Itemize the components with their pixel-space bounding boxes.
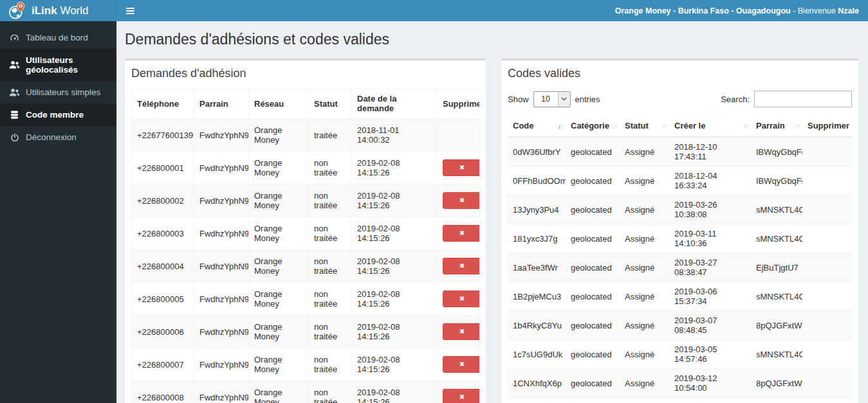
cell-delete	[802, 166, 852, 195]
cell-date: 2019-02-08 14:15:26	[352, 217, 438, 250]
sidebar-item-simple-users[interactable]: Utilisateurs simples	[0, 81, 116, 103]
cell-parrain: FwdhzYphN9	[194, 184, 249, 217]
cell-created: 2019-03-26 10:38:08	[669, 195, 751, 224]
cell-phone: +226800006	[132, 316, 194, 348]
cell-status: non traitée	[309, 381, 352, 403]
cell-network: Orange Money	[249, 119, 309, 152]
cell-network: Orange Money	[249, 316, 309, 348]
cell-category: geolocated	[566, 137, 620, 166]
cell-parrain: sMNSKTL4OR	[751, 224, 802, 253]
column-header-label: Supprimer	[808, 121, 849, 130]
x-icon: ✖	[459, 164, 465, 171]
codes-column-header[interactable]: Supprimer ↓↑	[802, 115, 852, 137]
requests-column-header: Réseau	[249, 89, 309, 119]
page-size-select[interactable]: 10	[533, 91, 571, 107]
delete-request-button[interactable]: ✖	[443, 323, 480, 340]
column-header-label: Créer le	[674, 121, 705, 130]
x-icon: ✖	[459, 361, 465, 368]
cell-code: 1aaTee3fWr	[508, 253, 566, 282]
cell-date: 2019-02-08 14:15:26	[352, 250, 438, 283]
codes-column-header[interactable]: Parrain ↓↑	[751, 115, 802, 137]
database-icon	[9, 111, 20, 120]
cell-delete	[438, 119, 480, 152]
delete-request-button[interactable]: ✖	[443, 356, 480, 373]
power-icon	[9, 133, 20, 142]
sidebar-item-label: Utilisateurs géolocalisés	[26, 55, 107, 75]
column-header-label: Statut	[625, 121, 649, 130]
sidebar-item-label: Tableau de bord	[26, 33, 88, 42]
cell-delete: ✖	[438, 283, 480, 316]
cell-phone: +226800004	[132, 250, 194, 283]
show-label: Show	[508, 94, 529, 104]
cell-network: Orange Money	[249, 217, 309, 250]
cell-date: 2019-02-08 14:15:26	[352, 316, 438, 348]
cell-category: geolocated	[566, 398, 620, 403]
page-size-value: 10	[534, 92, 558, 107]
request-row: +226800007 FwdhzYphN9 Orange Money non t…	[132, 348, 480, 381]
cell-phone: +22677600139	[132, 119, 194, 152]
cell-delete: ✖	[438, 348, 480, 381]
column-header-label: Catégorie	[571, 121, 609, 130]
sidebar-item-geolocated-users[interactable]: Utilisateurs géolocalisés	[0, 49, 116, 81]
cell-status: Assigné	[620, 340, 669, 369]
request-row: +226800005 FwdhzYphN9 Orange Money non t…	[132, 283, 480, 316]
user-info: Orange Money - Burkina Faso - Ouagadougo…	[615, 6, 868, 15]
users-icon	[9, 88, 20, 97]
cell-parrain: FwdhzYphN9	[194, 250, 249, 283]
cell-delete	[802, 195, 852, 224]
cell-network: Orange Money	[249, 152, 309, 184]
sidebar-item-member-code[interactable]: Code membre	[0, 103, 116, 126]
requests-column-header: Supprimer	[438, 89, 480, 119]
code-row: 1d9CDtc4mv geolocated Assigné 2019-03-22…	[508, 398, 852, 403]
cell-status: Assigné	[620, 224, 669, 253]
codes-panel-title: Codes valides	[508, 67, 852, 80]
sort-icon: ↓↑	[661, 122, 666, 130]
cell-parrain: 8pQJGFxtWV	[751, 369, 802, 398]
cell-delete: ✖	[438, 250, 480, 283]
requests-table: TéléphoneParrainRéseauStatutDate de la d…	[131, 88, 480, 403]
cell-parrain: EjBuTjgtU7	[751, 253, 802, 282]
cell-phone: +226800003	[132, 217, 194, 250]
cell-status: non traitée	[309, 217, 352, 250]
cell-delete: ✖	[438, 381, 480, 403]
sidebar-item-dashboard[interactable]: Tableau de bord	[0, 26, 116, 49]
cell-created: 2019-03-27 08:38:47	[669, 253, 751, 282]
request-row: +22677600139 FwdhzYphN9 Orange Money tra…	[132, 119, 480, 152]
cell-parrain: FwdhzYphN9	[194, 119, 249, 152]
cell-date: 2019-02-08 14:15:26	[352, 283, 438, 316]
codes-column-header[interactable]: Statut ↓↑	[620, 115, 669, 137]
code-row: 1CNXhfqX6p geolocated Assigné 2019-03-12…	[508, 369, 852, 398]
sidebar-toggle-button[interactable]	[117, 0, 143, 21]
codes-table: Code ↓↑ Catégorie ↓↑ Statut	[508, 115, 852, 403]
cell-status: Assigné	[620, 253, 669, 282]
codes-column-header[interactable]: Code ↓↑	[508, 115, 566, 137]
app-logo[interactable]: $ iLink World	[0, 0, 116, 21]
x-icon: ✖	[459, 295, 465, 302]
cell-category: geolocated	[566, 340, 620, 369]
codes-panel: Codes valides Show 10 entries	[501, 58, 858, 403]
sidebar-item-label: Déconnexion	[26, 132, 77, 142]
search-input[interactable]	[754, 91, 852, 107]
code-row: 1c7sUG9dUk geolocated Assigné 2019-03-05…	[508, 340, 852, 369]
cell-parrain: FwdhzYphN9	[194, 283, 249, 316]
delete-request-button[interactable]: ✖	[443, 389, 480, 403]
codes-column-header[interactable]: Catégorie ↓↑	[566, 115, 620, 137]
sort-icon: ↓↑	[558, 122, 562, 130]
codes-column-header[interactable]: Créer le ↓↑	[669, 115, 751, 137]
delete-request-button[interactable]: ✖	[443, 192, 480, 209]
cell-delete	[802, 340, 852, 369]
cell-parrain: IBWqyGbqFd	[751, 137, 802, 166]
cell-category: geolocated	[566, 311, 620, 340]
code-row: 0dW36UfbrY geolocated Assigné 2018-12-10…	[508, 137, 852, 166]
request-row: +226800008 FwdhzYphN9 Orange Money non t…	[132, 381, 480, 403]
cell-network: Orange Money	[249, 348, 309, 381]
sidebar-item-logout[interactable]: Déconnexion	[0, 126, 116, 148]
delete-request-button[interactable]: ✖	[443, 159, 480, 176]
delete-request-button[interactable]: ✖	[443, 225, 480, 242]
cell-parrain: sMNSKTL4OR	[751, 195, 802, 224]
delete-request-button[interactable]: ✖	[443, 258, 480, 274]
users-icon	[9, 60, 20, 69]
cell-code: 0FFhBudOOm	[508, 166, 566, 195]
cell-created: 2019-03-07 08:48:45	[669, 311, 751, 340]
delete-request-button[interactable]: ✖	[443, 291, 480, 307]
